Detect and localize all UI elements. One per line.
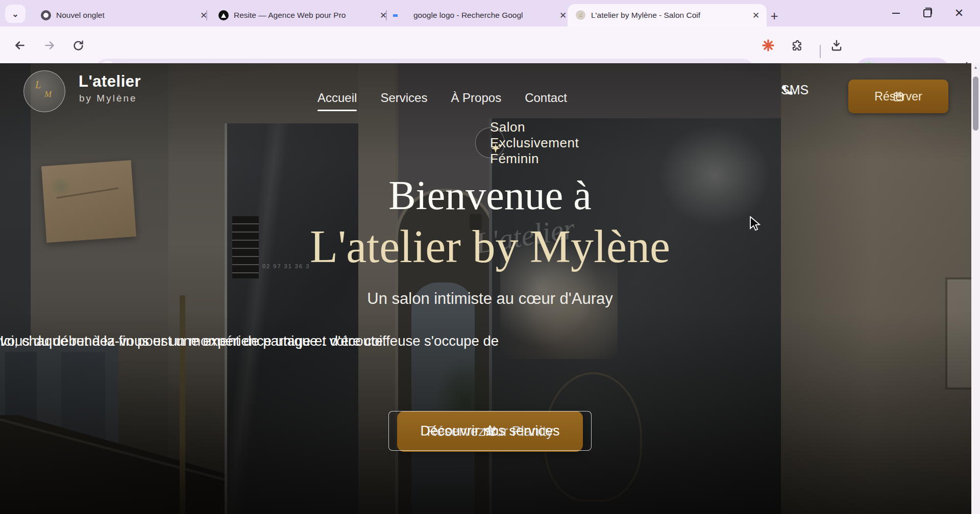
- hero-description-line2: vous du début à la fin pour un moment de…: [0, 330, 386, 352]
- tab-close-icon[interactable]: ✕: [378, 10, 389, 21]
- forward-arrow-icon: [43, 39, 56, 52]
- plus-icon: +: [770, 8, 778, 24]
- tab-resite[interactable]: Resite — Agence Web pour Pro ✕: [210, 5, 394, 25]
- tab-title: Resite — Agence Web pour Pro: [234, 11, 374, 20]
- tab-close-icon[interactable]: ✕: [198, 10, 209, 21]
- tab-separator: [386, 10, 387, 20]
- hero-title-line2: L'atelier by Mylène: [0, 220, 980, 273]
- scrollbar-up-arrow[interactable]: ▲: [971, 65, 980, 70]
- tab-nouvel-onglet[interactable]: Nouvel onglet ✕: [33, 5, 214, 25]
- main-navigation: Accueil Services À Propos Contact: [317, 91, 567, 111]
- browser-toolbar: latelierbymylene.fr Professionnel ⋮: [0, 27, 980, 64]
- discover-services-button[interactable]: Découvrir nos services: [388, 411, 592, 451]
- tab-title: Nouvel onglet: [56, 11, 194, 20]
- tab-close-icon[interactable]: ✕: [750, 10, 762, 21]
- reserve-button[interactable]: Réserver: [848, 80, 948, 113]
- puzzle-icon: [790, 39, 803, 52]
- restore-icon: [923, 9, 932, 17]
- nav-accueil[interactable]: Accueil: [317, 91, 357, 111]
- download-icon: [830, 39, 843, 52]
- resite-favicon-icon: [218, 10, 229, 20]
- site-header: L M L'atelier by Mylène Accueil Services…: [0, 63, 980, 119]
- site-logo[interactable]: L M: [23, 70, 65, 112]
- atelier-favicon-icon: ℒ: [576, 10, 585, 20]
- nav-a-propos[interactable]: À Propos: [451, 91, 501, 111]
- reserve-label: Réserver: [874, 90, 922, 104]
- sms-label: SMS: [781, 83, 808, 97]
- tab-close-icon[interactable]: ✕: [557, 10, 569, 21]
- new-tab-button[interactable]: +: [766, 7, 783, 24]
- tab-latelier-active[interactable]: ℒ L'atelier by Mylène - Salon Coif ✕: [568, 4, 767, 27]
- restore-button[interactable]: [919, 5, 936, 22]
- tab-strip: ⌄ Nouvel onglet ✕ Resite — Agence Web po…: [0, 0, 980, 27]
- hero-subtitle: Un salon intimiste au cœur d'Auray: [0, 290, 980, 308]
- back-button[interactable]: [13, 39, 27, 52]
- webpage-viewport: 02 97 31 36 3 L'atelier L M L'atelier by…: [0, 63, 980, 514]
- tab-separator: [206, 10, 207, 20]
- downloads-button[interactable]: [830, 39, 843, 52]
- chevron-down-icon: ⌄: [12, 9, 18, 19]
- forward-button[interactable]: [43, 39, 56, 52]
- hero-title-line1: Bienvenue à: [0, 172, 980, 219]
- site-name: L'atelier: [79, 72, 141, 91]
- tab-search-button[interactable]: ⌄: [5, 5, 26, 23]
- back-arrow-icon: [13, 39, 27, 52]
- page-scrollbar[interactable]: ▲: [971, 63, 980, 514]
- reload-button[interactable]: [71, 39, 85, 52]
- tab-title: L'atelier by Mylène - Salon Coif: [591, 11, 746, 20]
- close-window-button[interactable]: ✕: [950, 5, 968, 22]
- minimize-icon: [892, 13, 900, 14]
- hero-section: Salon Exclusivement Féminin Bienvenue à …: [0, 63, 980, 514]
- chrome-icon: [41, 10, 51, 20]
- window-controls: ✕: [887, 0, 980, 27]
- hero-badge-label: Salon Exclusivement Féminin: [490, 119, 579, 167]
- discover-button-label: Découvrir nos services: [420, 423, 559, 439]
- reload-icon: [72, 39, 85, 52]
- hero-badge: Salon Exclusivement Féminin: [475, 127, 505, 158]
- scrollbar-thumb[interactable]: [973, 76, 978, 131]
- nav-services[interactable]: Services: [380, 91, 427, 111]
- tab-title: google logo - Recherche Googl: [413, 11, 553, 20]
- browser-window: ⌄ Nouvel onglet ✕ Resite — Agence Web po…: [0, 0, 980, 514]
- minimize-button[interactable]: [887, 5, 904, 22]
- logo-monogram-m: M: [44, 89, 52, 99]
- mouse-cursor: [749, 216, 764, 235]
- site-byline: by Mylène: [79, 93, 137, 104]
- nav-contact[interactable]: Contact: [525, 91, 567, 111]
- tab-google-search[interactable]: google logo - Recherche Googl ✕: [390, 5, 574, 25]
- extension-starburst-button[interactable]: [762, 39, 775, 52]
- extensions-button[interactable]: [790, 39, 803, 52]
- starburst-extension-icon: [762, 38, 775, 53]
- toolbar-divider: [820, 45, 821, 58]
- logo-monogram-l: L: [35, 79, 41, 91]
